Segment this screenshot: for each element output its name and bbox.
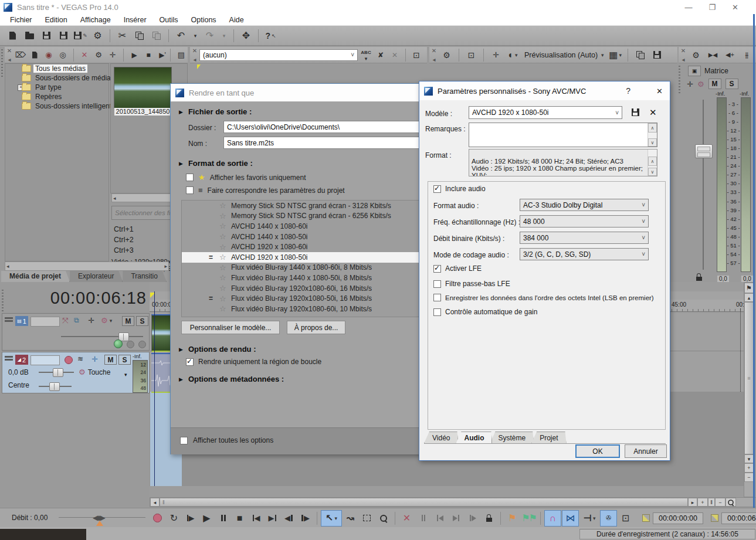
bus-fx-icon[interactable]	[687, 80, 693, 89]
scroll-left-icon[interactable]: ◂	[150, 498, 160, 507]
menu-item[interactable]: Aide	[223, 15, 250, 25]
volume-slider[interactable]	[39, 372, 74, 373]
audio-track-mute-button[interactable]: M	[104, 355, 117, 365]
pause-button[interactable]	[215, 511, 231, 526]
open-project-icon[interactable]	[22, 28, 38, 43]
spellcheck-icon[interactable]	[359, 47, 373, 63]
zoom-out-time-icon[interactable]: −	[715, 498, 726, 507]
trim-both-button[interactable]	[465, 511, 480, 526]
media-thumbnail[interactable]	[114, 67, 172, 109]
insert-region-button[interactable]	[521, 511, 537, 526]
track-fx-icon[interactable]	[91, 355, 98, 364]
master-fader-handle[interactable]	[695, 144, 713, 158]
remove-unused-media-icon[interactable]: ⌦	[14, 47, 27, 63]
zoom-grip[interactable]: ‖	[708, 498, 715, 507]
copy-snapshot-icon[interactable]	[632, 47, 648, 63]
go-to-start-button[interactable]: ◀	[248, 511, 264, 526]
favorite-toggle-icon[interactable]	[219, 263, 231, 272]
loop-playback-button[interactable]	[166, 511, 182, 526]
marker-tool-icon[interactable]	[744, 283, 754, 293]
favorite-toggle-icon[interactable]	[219, 294, 231, 303]
favorite-toggle-icon[interactable]	[219, 253, 231, 261]
menu-item[interactable]: Fichier	[4, 15, 39, 25]
delete-media-icon[interactable]	[78, 47, 91, 63]
ignore-grouping-button[interactable]	[618, 511, 633, 526]
about-button[interactable]: À propos de...	[287, 321, 345, 334]
favorite-toggle-icon[interactable]	[219, 201, 231, 210]
stop-button[interactable]	[232, 511, 248, 526]
menu-item[interactable]: Insérer	[117, 15, 153, 25]
delete-template-icon[interactable]	[649, 107, 657, 118]
settings-tab[interactable]: Audio	[456, 432, 492, 443]
audio-track-name-field[interactable]	[30, 355, 60, 365]
dock-collapse-icon[interactable]	[682, 55, 684, 63]
overlays-grid-icon[interactable]	[608, 47, 623, 63]
project-properties-icon[interactable]	[90, 28, 106, 43]
split-screen-icon[interactable]	[505, 47, 521, 63]
favorite-toggle-icon[interactable]	[219, 243, 231, 252]
lock-envelopes-button[interactable]: ✇	[600, 510, 617, 527]
arm-record-icon[interactable]	[65, 356, 73, 364]
intel-byte-order-checkbox[interactable]	[433, 294, 441, 301]
audio-format-combo[interactable]: AC-3 Studio Dolby Digital˅	[520, 199, 649, 211]
output-format-section[interactable]: Format de sortie :	[188, 159, 253, 168]
undo-icon[interactable]	[173, 28, 189, 43]
minimize-button[interactable]: —	[684, 3, 692, 12]
bitrate-combo[interactable]: 384 000˅	[520, 232, 649, 244]
render-options-section[interactable]: Options de rendu :	[188, 345, 256, 354]
dock-collapse-icon[interactable]	[193, 55, 196, 63]
scroll-down-icon[interactable]: ∨	[648, 138, 657, 147]
settings-tab[interactable]: Système	[490, 432, 534, 443]
timeline-hscrollbar[interactable]: ◂ ‖ ▸ + ‖ −	[150, 497, 756, 507]
show-all-options-checkbox[interactable]	[180, 437, 188, 444]
play-button[interactable]	[199, 511, 215, 526]
scroll-up-icon[interactable]: ∧	[648, 157, 657, 166]
preview-external-icon[interactable]: '	[156, 47, 169, 63]
record-button[interactable]	[150, 511, 165, 526]
undo-dropdown-icon[interactable]	[190, 28, 201, 43]
pan-slider-knob[interactable]	[49, 382, 60, 391]
dialog-help-button[interactable]: ?	[626, 86, 630, 96]
tree-item[interactable]: + Tous les médias	[5, 64, 109, 73]
dim-output-icon[interactable]: ◀+	[722, 47, 738, 63]
previous-frame-button[interactable]: ◀	[281, 511, 297, 526]
menu-item[interactable]: Options	[185, 15, 223, 25]
track-motion-icon[interactable]: ⤧	[62, 316, 68, 325]
insert-marker-button[interactable]	[504, 511, 520, 526]
automation-mode-icon[interactable]	[79, 368, 86, 376]
delete-plugin-icon[interactable]	[388, 47, 401, 63]
scroll-down-icon[interactable]: ∨	[648, 168, 657, 176]
menu-item[interactable]: Affichage	[74, 15, 117, 25]
lock-button[interactable]	[481, 511, 497, 526]
sample-rate-combo[interactable]: 48 000˅	[520, 215, 649, 227]
bus-mute-button[interactable]: M	[708, 79, 721, 89]
bus-lock-icon[interactable]	[696, 277, 702, 281]
settings-tab[interactable]: Vidéo	[424, 432, 458, 443]
track-fx-icon[interactable]	[88, 316, 94, 325]
bus-solo-button[interactable]: S	[726, 79, 738, 89]
settings-tab[interactable]: Projet	[531, 432, 566, 443]
trim-start-button[interactable]	[432, 511, 448, 526]
metadata-options-section[interactable]: Options de métadonnées :	[188, 375, 284, 383]
customize-template-button[interactable]: Personnaliser le modèle...	[181, 321, 280, 334]
coding-mode-combo[interactable]: 3/2 (G, C, D, SG, SD)˅	[520, 248, 649, 260]
tree-item[interactable]: + Sous-dossiers intelligents	[5, 101, 109, 111]
snap-button[interactable]	[544, 510, 561, 527]
next-frame-button[interactable]: ▶	[297, 511, 313, 526]
external-preview-icon[interactable]	[463, 47, 479, 63]
remove-plugin-icon[interactable]: ✘	[374, 47, 387, 63]
loop-region-checkbox[interactable]	[186, 358, 194, 366]
custom-dialog-titlebar[interactable]: Paramètres personnalisés - Sony AVC/MVC …	[419, 81, 670, 100]
automation-settings-icon[interactable]	[101, 316, 112, 325]
parent-motion-icon[interactable]	[138, 341, 146, 348]
extract-audio-cd-icon[interactable]	[56, 47, 69, 63]
dock-grip[interactable]	[679, 66, 680, 95]
preview-stop-icon[interactable]	[142, 47, 155, 63]
dock-collapse-icon[interactable]	[8, 55, 11, 63]
dock-collapse-icon[interactable]	[432, 55, 435, 63]
media-pane-hscrollbar[interactable]: ◂▸	[5, 261, 169, 271]
video-fx-icon[interactable]	[488, 47, 504, 63]
play-from-start-button[interactable]	[182, 511, 198, 526]
track-envelope-icon[interactable]: ≋	[77, 355, 83, 363]
favorite-toggle-icon[interactable]	[219, 222, 231, 230]
